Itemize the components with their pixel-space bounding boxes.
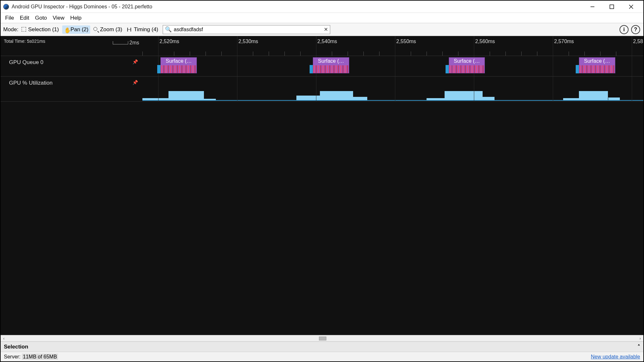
grid-line <box>474 77 474 101</box>
scroll-thumb[interactable] <box>319 337 326 340</box>
grid-line <box>316 77 316 101</box>
minimize-icon <box>590 5 595 9</box>
ruler-right[interactable]: 2,520ms2,530ms2,540ms2,550ms2,560ms2,570… <box>142 36 643 56</box>
trace-block-edge <box>157 65 160 73</box>
util-bar[interactable] <box>483 97 495 100</box>
trace-block-label: Surface (… <box>161 58 197 65</box>
ruler-row: Total Time: 5s021ms 2ms 2,520ms2,530ms2,… <box>1 36 643 56</box>
update-link[interactable]: New update available <box>591 354 640 360</box>
track-gpu-util-header[interactable]: GPU % Utilization 📌 <box>1 77 142 101</box>
menu-help[interactable]: Help <box>68 14 84 23</box>
grid-line <box>632 36 632 56</box>
server-mem: 11MB of 65MB <box>22 354 58 360</box>
ruler-minor-tick <box>537 51 537 56</box>
help-button[interactable]: ? <box>631 25 640 34</box>
grid-line <box>237 56 237 76</box>
util-bar[interactable] <box>427 98 445 100</box>
trace-viewer[interactable]: Total Time: 5s021ms 2ms 2,520ms2,530ms2,… <box>1 36 643 335</box>
selection-panel[interactable]: Selection ˄ <box>1 341 643 352</box>
grid-line <box>158 36 159 56</box>
util-bar[interactable] <box>579 91 608 100</box>
trace-block[interactable]: Surface (… <box>449 57 485 73</box>
search-box[interactable]: 🔍 ✕ <box>163 25 330 34</box>
track-gpu-queue: GPU Queue 0 📌 Surface (…Surface (…Surfac… <box>1 56 643 77</box>
track-gpu-queue-header[interactable]: GPU Queue 0 📌 <box>1 56 142 76</box>
trace-block[interactable]: Surface (… <box>579 57 615 73</box>
trace-block-label: Surface (… <box>579 58 615 65</box>
trace-block-stripes <box>579 65 615 73</box>
trace-block[interactable]: Surface (… <box>313 57 349 73</box>
clear-search-button[interactable]: ✕ <box>324 26 328 32</box>
empty-trace-area[interactable] <box>1 102 643 335</box>
timing-icon <box>127 27 132 32</box>
ruler-tick-label: 2,520ms <box>159 39 179 44</box>
menu-view[interactable]: View <box>50 14 67 23</box>
ruler-minor-tick <box>584 51 585 56</box>
ruler-tick-label: 2,530ms <box>238 39 258 44</box>
app-icon <box>3 4 9 10</box>
track-gpu-queue-lane[interactable]: Surface (…Surface (…Surface (…Surface (… <box>142 56 643 76</box>
grid-line <box>395 36 395 56</box>
trace-block-edge <box>310 65 313 73</box>
ruler-minor-tick <box>348 51 348 56</box>
selection-title: Selection <box>4 344 28 350</box>
ruler-minor-tick <box>458 51 458 56</box>
ruler-minor-tick <box>253 51 253 56</box>
scroll-track[interactable] <box>7 336 637 341</box>
ruler-left: Total Time: 5s021ms 2ms <box>1 36 142 56</box>
pin-icon[interactable]: 📌 <box>132 80 138 85</box>
mode-selection[interactable]: Selection (1) <box>20 25 61 34</box>
chevron-up-icon[interactable]: ˄ <box>638 344 640 350</box>
maximize-button[interactable] <box>602 1 621 13</box>
search-input[interactable] <box>174 27 322 32</box>
ruler-minor-tick <box>221 51 222 56</box>
svg-rect-1 <box>610 5 614 9</box>
mode-selection-label: Selection (1) <box>28 26 59 33</box>
trace-block[interactable]: Surface (… <box>160 57 197 73</box>
trace-block-label: Surface (… <box>449 58 485 65</box>
toolbar-right: i ? <box>620 25 640 34</box>
mode-zoom[interactable]: Zoom (3) <box>91 25 124 34</box>
util-bar[interactable] <box>296 96 320 100</box>
close-icon <box>629 5 633 9</box>
track-gpu-util-lane[interactable] <box>142 77 643 101</box>
menu-file[interactable]: File <box>3 14 16 23</box>
util-bar[interactable] <box>608 97 620 100</box>
minimize-button[interactable] <box>583 1 602 13</box>
horizontal-scrollbar[interactable]: ‹ › <box>1 335 643 341</box>
util-bar[interactable] <box>320 91 353 100</box>
util-bar[interactable] <box>142 98 168 100</box>
scroll-right-button[interactable]: › <box>637 335 643 342</box>
mode-zoom-label: Zoom (3) <box>100 26 122 33</box>
mode-pan-label: Pan (2) <box>71 26 89 33</box>
mode-label: Mode: <box>3 26 18 33</box>
util-bar[interactable] <box>353 97 367 100</box>
ruler-minor-tick <box>269 51 269 56</box>
ruler-minor-tick <box>206 51 206 56</box>
ruler-minor-tick <box>190 51 190 56</box>
track-gpu-util: GPU % Utilization 📌 <box>1 77 643 102</box>
util-bar[interactable] <box>445 91 483 100</box>
scroll-left-button[interactable]: ‹ <box>1 335 7 342</box>
trace-block-label: Surface (… <box>313 58 349 65</box>
util-bar[interactable] <box>204 99 216 100</box>
pin-icon[interactable]: 📌 <box>132 59 138 64</box>
ruler-minor-tick <box>284 51 285 56</box>
ruler-tick-label: 2,550ms <box>396 39 416 44</box>
zoom-icon <box>93 27 99 32</box>
grid-line <box>632 77 632 101</box>
util-canvas <box>142 78 643 101</box>
util-bar[interactable] <box>168 91 204 100</box>
grid-line <box>474 36 474 56</box>
menu-goto[interactable]: Goto <box>33 14 50 23</box>
util-bar[interactable] <box>563 98 579 100</box>
menu-edit[interactable]: Edit <box>17 14 32 23</box>
mode-timing[interactable]: Timing (4) <box>125 25 160 34</box>
ruler-minor-tick <box>174 51 174 56</box>
info-button[interactable]: i <box>620 25 629 34</box>
trace-block-stripes <box>161 65 197 73</box>
mode-group: Mode: Selection (1) ✋ Pan (2) Zoom (3) T… <box>3 25 160 34</box>
close-button[interactable] <box>621 1 641 13</box>
mode-pan[interactable]: ✋ Pan (2) <box>62 25 91 34</box>
grid-line <box>395 77 395 101</box>
